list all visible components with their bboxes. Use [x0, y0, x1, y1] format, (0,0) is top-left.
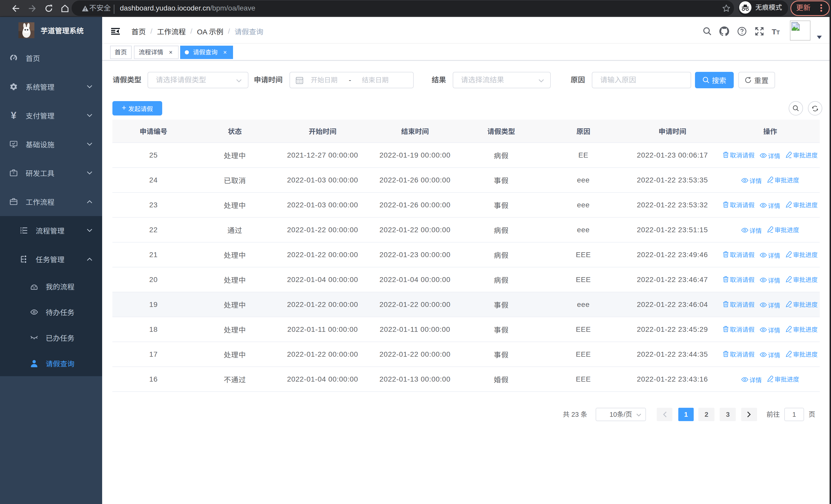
- svg-text:T: T: [772, 27, 776, 35]
- svg-text:T: T: [776, 29, 780, 35]
